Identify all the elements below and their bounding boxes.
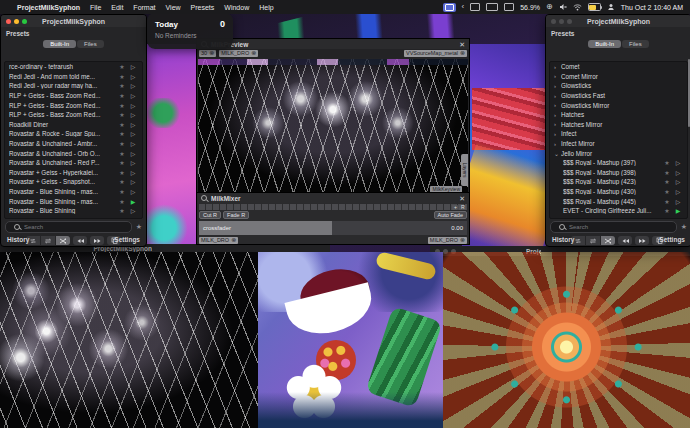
add-button[interactable]: + <box>452 205 458 210</box>
star-icon[interactable]: ★ <box>661 169 673 176</box>
display-icon[interactable] <box>486 3 498 11</box>
disclosure-chevron-icon[interactable]: › <box>554 121 561 127</box>
list-item[interactable]: Rovastar & Unchained - Red P... ★ ▷ <box>5 158 142 168</box>
disclosure-chevron-icon[interactable]: › <box>554 64 561 70</box>
close-icon[interactable]: ✕ <box>459 195 465 202</box>
star-icon[interactable]: ★ <box>116 130 128 137</box>
close-icon[interactable]: ✕ <box>459 41 465 48</box>
menu-window[interactable]: Window <box>224 4 249 11</box>
list-item[interactable]: Redi Jedi - And mom told me... ★ ▷ <box>5 72 142 82</box>
star-icon[interactable]: ★ <box>116 140 128 147</box>
star-icon[interactable]: ★ <box>116 188 128 195</box>
settings-button[interactable]: Settings <box>114 236 140 243</box>
fps-chip[interactable]: 30⊗ <box>199 50 216 57</box>
search-input[interactable] <box>567 223 672 231</box>
list-item[interactable]: Rovastar + Geiss - Snapshot... ★ ▷ <box>5 177 142 187</box>
chevron-left-icon[interactable]: ‹ <box>462 3 465 11</box>
star-icon[interactable]: ★ <box>661 178 673 185</box>
list-item[interactable]: $$$ Royal - Mashup (445) ★ ▷ <box>550 196 687 206</box>
milk-mixer-titlebar[interactable]: MilkMixer ✕ <box>197 193 469 203</box>
remove-icon[interactable]: ⊗ <box>209 50 214 57</box>
star-icon[interactable]: ★ <box>116 92 128 99</box>
user-icon[interactable] <box>607 3 615 11</box>
list-item[interactable]: Roadkill Diner ★ ▷ <box>5 120 142 130</box>
disclosure-chevron-icon[interactable]: › <box>554 93 561 99</box>
history-button[interactable]: History <box>552 236 574 243</box>
tab-built-in[interactable]: Built-In <box>43 40 76 48</box>
tab-files[interactable]: Files <box>622 40 649 48</box>
screen-mirroring-icon[interactable] <box>443 3 456 12</box>
list-item[interactable]: › Comet Mirror ★ ▷ <box>550 72 687 82</box>
fade-button[interactable]: Fade R <box>223 211 249 219</box>
menu-help[interactable]: Help <box>259 4 273 11</box>
star-icon[interactable]: ★ <box>116 178 128 185</box>
remove-icon[interactable]: ⊗ <box>460 237 465 244</box>
play-icon[interactable]: ▷ <box>128 102 138 109</box>
star-icon[interactable]: ★ <box>116 63 128 70</box>
play-icon[interactable]: ▷ <box>128 73 138 80</box>
play-icon[interactable]: ▷ <box>128 92 138 99</box>
star-icon[interactable]: ★ <box>116 82 128 89</box>
menu-clock[interactable]: Thu Oct 2 10:40 AM <box>621 4 683 11</box>
list-item[interactable]: $$$ Royal - Mashup (423) ★ ▷ <box>550 177 687 187</box>
favorites-filter-icon[interactable]: ★ <box>681 223 687 231</box>
play-icon[interactable]: ▷ <box>673 198 683 205</box>
list-item[interactable]: Rovastar - Blue Shining - mas... ★ ▷ <box>5 187 142 197</box>
list-item[interactable]: Rovastar + Geiss - Hyperkalei... ★ ▷ <box>5 168 142 178</box>
history-button[interactable]: History <box>7 236 29 243</box>
disclosure-chevron-icon[interactable]: ⌄ <box>554 150 561 157</box>
list-item[interactable]: ⌄ Jello Mirror ★ ▷ <box>550 148 687 158</box>
right-panel-titlebar[interactable]: ProjectMilkSyphon <box>546 15 690 27</box>
list-item[interactable]: RLP + Geiss - Bass Zoom Red... ★ ▷ <box>5 91 142 101</box>
play-icon[interactable]: ▷ <box>128 82 138 89</box>
star-icon[interactable]: ★ <box>661 198 673 205</box>
keyboard-globe-icon[interactable]: ⊕ <box>546 3 553 11</box>
star-icon[interactable]: ★ <box>116 207 128 214</box>
star-icon[interactable]: ★ <box>116 169 128 176</box>
source-a-chip[interactable]: MILK_DRO⊗ <box>199 237 238 244</box>
list-item[interactable]: rce-ordinary - tetrarush ★ ▷ <box>5 62 142 72</box>
syphon-server-chip[interactable]: VVSourceMap_metal⊗ <box>404 50 467 57</box>
menu-presets[interactable]: Presets <box>191 4 215 11</box>
battery-icon[interactable] <box>588 3 601 11</box>
play-icon[interactable]: ▷ <box>128 150 138 157</box>
list-item[interactable]: $$$ Royal - Mashup (398) ★ ▷ <box>550 168 687 178</box>
menu-view[interactable]: View <box>166 4 181 11</box>
milk-preview-titlebar[interactable]: MilkPreview ✕ <box>197 39 469 49</box>
left-panel-titlebar[interactable]: ProjectMilkSyphon <box>1 15 146 27</box>
star-icon[interactable]: ★ <box>116 159 128 166</box>
remove-icon[interactable]: ⊗ <box>231 237 236 244</box>
wifi-icon[interactable] <box>573 4 582 11</box>
auto-fade-button[interactable]: Auto Fade <box>434 211 467 219</box>
r-button[interactable]: R <box>459 205 466 210</box>
play-icon[interactable]: ▷ <box>128 178 138 185</box>
star-icon[interactable]: ★ <box>116 121 128 128</box>
settings-button[interactable]: Settings <box>659 236 685 243</box>
disclosure-chevron-icon[interactable]: › <box>554 141 561 147</box>
today-reminders-widget[interactable]: Today 0 No Reminders <box>147 13 233 49</box>
play-icon[interactable]: ▷ <box>128 207 138 214</box>
play-icon[interactable]: ▷ <box>128 130 138 137</box>
menu-edit[interactable]: Edit <box>111 4 123 11</box>
tab-built-in[interactable]: Built-In <box>588 40 621 48</box>
list-item[interactable]: $$$ Royal - Mashup (430) ★ ▷ <box>550 187 687 197</box>
play-icon[interactable]: ▷ <box>673 188 683 195</box>
list-item[interactable]: Rovastar & Unchained - Orb O... ★ ▷ <box>5 148 142 158</box>
play-icon[interactable]: ▷ <box>128 63 138 70</box>
play-icon[interactable]: ▷ <box>128 111 138 118</box>
list-item[interactable]: › Comet ★ ▷ <box>550 62 687 72</box>
favorites-filter-icon[interactable]: ★ <box>136 223 142 231</box>
list-item[interactable]: › Glowsticks ★ ▷ <box>550 81 687 91</box>
layers-tab[interactable]: Layers <box>461 154 468 186</box>
remove-icon[interactable]: ⊗ <box>251 50 256 57</box>
star-icon[interactable]: ★ <box>116 198 128 205</box>
list-item[interactable]: Redi Jedi - your radar may ha... ★ ▷ <box>5 81 142 91</box>
list-item[interactable]: $$$ Royal - Mashup (397) ★ ▷ <box>550 158 687 168</box>
star-icon[interactable]: ★ <box>661 207 673 214</box>
volume-mute-icon[interactable] <box>559 3 567 11</box>
star-icon[interactable]: ★ <box>116 73 128 80</box>
search-field[interactable] <box>550 221 677 233</box>
play-icon[interactable]: ▷ <box>673 169 683 176</box>
list-item[interactable]: › Hatches Mirror ★ ▷ <box>550 120 687 130</box>
star-icon[interactable]: ★ <box>116 111 128 118</box>
